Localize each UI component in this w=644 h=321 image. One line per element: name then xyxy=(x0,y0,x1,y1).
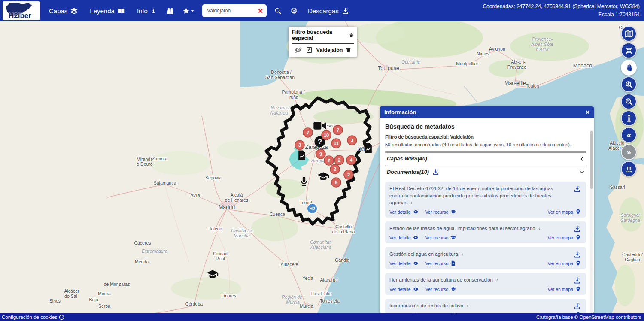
cluster-marker[interactable]: 2 xyxy=(344,170,353,179)
ver-en-mapa-link[interactable]: Ver en mapa xyxy=(547,260,581,266)
h2-map-icon[interactable] xyxy=(307,203,317,214)
svg-text:2: 2 xyxy=(338,157,340,163)
eye-slash-icon[interactable] xyxy=(295,46,302,54)
map-label: do Sal xyxy=(64,294,77,299)
graduation-cap-icon xyxy=(450,235,456,240)
search-input[interactable] xyxy=(206,7,257,14)
cookie-icon xyxy=(59,315,64,320)
cluster-marker[interactable]: 2 xyxy=(330,164,340,174)
map-label: Provence xyxy=(507,64,527,70)
bottom-status-bar: Configuración de cookies Cartografía bas… xyxy=(0,313,644,321)
search-layers-button[interactable] xyxy=(164,6,176,16)
measure-button[interactable] xyxy=(621,161,637,177)
link-label: Ver recurso xyxy=(425,287,449,292)
app-logo[interactable]: H2iber xyxy=(3,1,40,20)
trash-icon[interactable] xyxy=(346,47,351,53)
cluster-marker[interactable]: 3 xyxy=(347,136,357,145)
cluster-marker[interactable]: 7 xyxy=(303,128,313,137)
cluster-marker[interactable]: 2 xyxy=(324,156,334,165)
map-label: Gandia xyxy=(335,257,349,263)
file-map-icon[interactable] xyxy=(365,143,372,153)
eye-icon xyxy=(413,235,419,240)
scrollbar-track[interactable] xyxy=(590,130,593,313)
document-title: Incorporación de restos de cultivo xyxy=(389,303,463,308)
zoom-in-button[interactable] xyxy=(621,76,637,92)
map-label: Provence- xyxy=(532,36,553,42)
cluster-marker[interactable]: 9 xyxy=(316,149,325,159)
double-chevron-left-icon: « xyxy=(626,131,631,139)
cluster-marker[interactable]: 7 xyxy=(333,125,343,135)
overview-map-button[interactable] xyxy=(621,26,637,42)
file-map-icon[interactable] xyxy=(298,151,305,160)
coordinates-readout: Coordenadas: 247742.24, 4756944.91 (Sphe… xyxy=(483,3,640,11)
map-label: Donostia / xyxy=(271,70,291,75)
settings-button[interactable]: ⚙ xyxy=(288,5,300,17)
pan-tool-button[interactable] xyxy=(621,60,637,76)
map-label: Elx / Elche xyxy=(310,291,332,296)
svg-text:4: 4 xyxy=(350,157,353,163)
document-title: Gestión del agua en agricultura xyxy=(389,251,458,257)
download-icon[interactable] xyxy=(574,185,581,193)
cookie-settings-label: Configuración de cookies xyxy=(2,315,57,320)
download-icon[interactable] xyxy=(432,169,439,176)
download-icon[interactable] xyxy=(574,277,581,284)
ver-recurso-link[interactable]: Ver recurso xyxy=(425,235,456,240)
ver-recurso-link[interactable]: Ver recurso xyxy=(425,209,456,215)
document-card: Incorporación de restos de cultivo‹ Ver … xyxy=(385,299,586,313)
cluster-marker[interactable]: 5 xyxy=(331,178,341,187)
cluster-marker[interactable]: 2 xyxy=(334,155,344,165)
cookie-settings-link[interactable]: Configuración de cookies xyxy=(2,315,64,320)
scrollbar-thumb[interactable] xyxy=(590,131,593,189)
ver-en-mapa-link[interactable]: Ver en mapa xyxy=(547,209,581,215)
spatial-filter-menu-button[interactable] xyxy=(180,6,197,16)
download-icon[interactable] xyxy=(574,251,581,258)
nav-descargas[interactable]: Descargas xyxy=(304,5,353,17)
ver-en-mapa-link[interactable]: Ver en mapa xyxy=(547,235,581,240)
zoom-to-extent-button[interactable] xyxy=(621,42,637,58)
previous-extent-button[interactable]: « xyxy=(621,127,637,143)
nav-leyenda[interactable]: Leyenda xyxy=(85,5,129,17)
map-label: Occitanie xyxy=(401,59,420,64)
map-label: Murcia xyxy=(300,303,313,309)
next-extent-button[interactable]: » xyxy=(621,144,637,160)
link-label: Ver en mapa xyxy=(547,287,573,292)
link-label: Ver detalle xyxy=(389,209,411,215)
cluster-marker[interactable]: 10 xyxy=(322,130,331,140)
cluster-marker[interactable]: 11 xyxy=(331,139,341,148)
ver-en-mapa-link[interactable]: Ver en mapa xyxy=(547,286,581,292)
search-button[interactable] xyxy=(272,6,284,16)
ver-recurso-link[interactable]: Ver recurso xyxy=(425,260,456,266)
svg-text:7: 7 xyxy=(307,130,309,135)
map-label: Castelló xyxy=(335,224,352,229)
accordion-capas-wms[interactable]: Capas WMS(40) xyxy=(385,151,586,165)
nav-capas[interactable]: Capas xyxy=(45,5,82,17)
clear-search-icon[interactable]: ✕ xyxy=(258,8,263,14)
cluster-marker[interactable]: 4 xyxy=(346,155,356,165)
location-pin-icon xyxy=(575,209,581,215)
map-label: Córdoba xyxy=(185,301,203,306)
ver-recurso-link[interactable]: Ver recurso xyxy=(425,286,456,292)
close-icon[interactable]: × xyxy=(586,109,589,116)
zoom-in-icon xyxy=(625,80,633,89)
cluster-marker[interactable]: 3 xyxy=(295,140,304,150)
map-label: Iruña xyxy=(288,94,298,100)
ver-detalle-link[interactable]: Ver detalle xyxy=(389,286,419,292)
osm-attribution-link[interactable]: Cartografía base © OpenStreetMap contrib… xyxy=(536,315,641,320)
trash-icon[interactable] xyxy=(349,33,354,38)
map-label: San Sebastián xyxy=(265,75,295,80)
download-icon[interactable] xyxy=(574,225,581,233)
map-label: Sardegna xyxy=(620,218,640,223)
accordion-documentos[interactable]: Documentos(10) xyxy=(385,165,586,178)
document-title: Estado de las masas de agua. Implicacion… xyxy=(389,226,535,231)
metadata-search-heading: Búsqueda de metadatos xyxy=(385,123,586,130)
zoom-out-button[interactable] xyxy=(621,94,637,109)
nav-info[interactable]: Info xyxy=(133,5,161,17)
filter-item-checkbox[interactable] xyxy=(307,47,312,53)
svg-text:2: 2 xyxy=(328,158,330,163)
map-label: Avignon xyxy=(489,46,505,51)
feature-info-button[interactable] xyxy=(621,110,637,126)
download-icon[interactable] xyxy=(574,303,581,310)
ver-detalle-link[interactable]: Ver detalle xyxy=(389,235,419,240)
ver-detalle-link[interactable]: Ver detalle xyxy=(389,260,419,266)
ver-detalle-link[interactable]: Ver detalle xyxy=(389,209,419,215)
